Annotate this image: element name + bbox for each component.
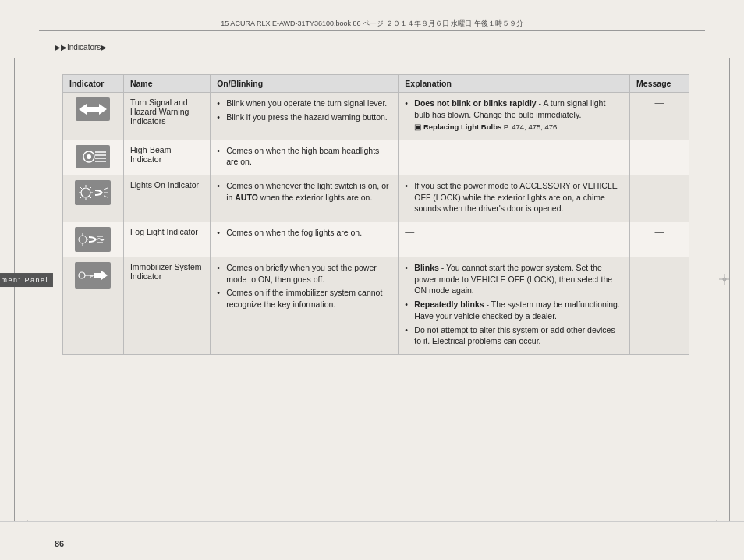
svg-line-56 <box>90 187 91 189</box>
row1-explanation: Does not blink or blinks rapidly - A tur… <box>399 93 630 140</box>
row5-explanation: Blinks - You cannot start the power syst… <box>399 257 630 355</box>
list-item: Comes on whenever the light switch is on… <box>217 180 391 203</box>
svg-point-43 <box>87 154 91 159</box>
row1-onblink: Blink when you operate the turn signal l… <box>211 93 399 140</box>
row1-name: Turn Signal and Hazard Warning Indicator… <box>123 93 210 140</box>
row2-message: — <box>630 140 689 175</box>
row5-name: Immobilizer System Indicator <box>123 257 210 355</box>
list-item: Comes on when the fog lights are on. <box>217 227 391 239</box>
svg-line-59 <box>104 196 108 197</box>
row1-explanation-list: Does not blink or blinks rapidly - A tur… <box>405 97 623 133</box>
page-header: 15 ACURA RLX E-AWD-31TY36100.book 86 ページ… <box>0 0 744 58</box>
page-number: 86 <box>55 539 64 548</box>
list-item: If you set the power mode to ACCESSORY o… <box>405 180 623 214</box>
breadcrumb-text: ▶▶Indicators▶ <box>55 43 107 51</box>
col-name: Name <box>123 75 210 93</box>
table-row: High-Beam Indicator Comes on when the hi… <box>63 140 689 175</box>
col-onblinking: On/Blinking <box>211 75 399 93</box>
list-item: Comes on when the high beam headlights a… <box>217 145 391 168</box>
main-content: Indicator Name On/Blinking Explanation M… <box>39 58 705 521</box>
row3-onblink: Comes on whenever the light switch is on… <box>211 175 399 222</box>
list-item: Comes on if the immobilizer system canno… <box>217 287 391 310</box>
col-indicator: Indicator <box>63 75 124 93</box>
row3-onblink-list: Comes on whenever the light switch is on… <box>217 180 391 203</box>
page-footer: 86 <box>0 521 744 560</box>
svg-line-54 <box>90 197 91 198</box>
col-message: Message <box>630 75 689 93</box>
indicator-icon-cell <box>63 222 124 257</box>
row3-message: — <box>630 175 689 222</box>
list-item: Comes on briefly when you set the power … <box>217 262 391 285</box>
row4-name: Fog Light Indicator <box>123 222 210 257</box>
svg-line-53 <box>80 187 82 189</box>
svg-marker-70 <box>94 271 108 280</box>
table-row: Lights On Indicator Comes on whenever th… <box>63 175 689 222</box>
row4-onblink-list: Comes on when the fog lights are on. <box>217 227 391 239</box>
svg-point-66 <box>79 272 85 278</box>
row1-message: — <box>630 93 689 140</box>
turn-signal-icon <box>76 97 110 121</box>
row2-onblink-list: Comes on when the high beam headlights a… <box>217 145 391 168</box>
row3-name: Lights On Indicator <box>123 175 210 222</box>
row2-explanation: — <box>399 140 630 175</box>
list-item: Do not attempt to alter this system or a… <box>405 324 623 347</box>
row4-onblink: Comes on when the fog lights are on. <box>211 222 399 257</box>
row5-explanation-list: Blinks - You cannot start the power syst… <box>405 262 623 347</box>
row3-explanation: If you set the power mode to ACCESSORY o… <box>399 175 630 222</box>
row2-onblink: Comes on when the high beam headlights a… <box>211 140 399 175</box>
table-row: Immobilizer System Indicator Comes on br… <box>63 257 689 355</box>
file-info-text: 15 ACURA RLX E-AWD-31TY36100.book 86 ページ… <box>221 19 523 29</box>
indicators-table: Indicator Name On/Blinking Explanation M… <box>62 74 689 355</box>
row3-explanation-list: If you set the power mode to ACCESSORY o… <box>405 180 623 214</box>
high-beam-icon <box>76 145 110 168</box>
svg-line-57 <box>104 188 108 190</box>
row4-message: — <box>630 222 689 257</box>
indicator-icon-cell <box>63 257 124 355</box>
svg-line-55 <box>80 197 82 198</box>
indicator-icon-cell <box>63 93 124 140</box>
immobilizer-icon <box>75 262 111 289</box>
table-header-row: Indicator Name On/Blinking Explanation M… <box>63 75 689 93</box>
table-row: Turn Signal and Hazard Warning Indicator… <box>63 93 689 140</box>
list-item: Blink when you operate the turn signal l… <box>217 97 391 109</box>
table-row: Fog Light Indicator Comes on when the fo… <box>63 222 689 257</box>
row5-onblink-list: Comes on briefly when you set the power … <box>217 262 391 310</box>
svg-point-62 <box>79 236 87 243</box>
list-item: Repeatedly blinks - The system may be ma… <box>405 299 623 321</box>
svg-point-48 <box>81 188 90 197</box>
list-item: Does not blink or blinks rapidly - A tur… <box>405 97 623 133</box>
breadcrumb: ▶▶Indicators▶ <box>55 43 107 51</box>
row5-message: — <box>630 257 689 355</box>
sidebar-panel: Instrument Panel <box>0 0 25 560</box>
indicator-icon-cell <box>63 140 124 175</box>
header-file-info: 15 ACURA RLX E-AWD-31TY36100.book 86 ページ… <box>39 16 705 31</box>
svg-marker-40 <box>79 104 93 115</box>
list-item: Blinks - You cannot start the power syst… <box>405 262 623 296</box>
row2-name: High-Beam Indicator <box>123 140 210 175</box>
row4-explanation: — <box>399 222 630 257</box>
crosshair-mid-right <box>719 274 730 286</box>
indicator-icon-cell <box>63 175 124 222</box>
lights-on-icon <box>75 180 111 205</box>
col-explanation: Explanation <box>399 75 630 93</box>
svg-marker-41 <box>93 104 107 115</box>
row5-onblink: Comes on briefly when you set the power … <box>211 257 399 355</box>
list-item: Blink if you press the hazard warning bu… <box>217 112 391 123</box>
row1-onblink-list: Blink when you operate the turn signal l… <box>217 97 391 122</box>
fog-light-icon <box>75 227 111 252</box>
